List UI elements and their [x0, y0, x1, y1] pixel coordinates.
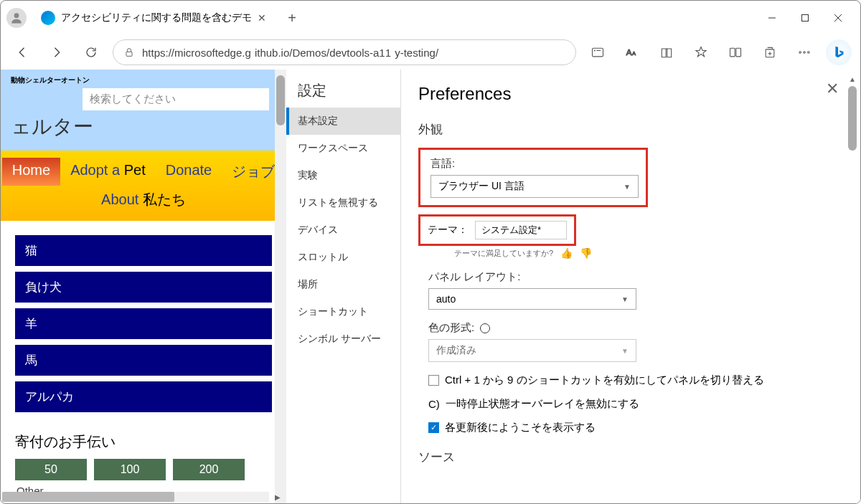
search-input[interactable]: 検索してください — [83, 88, 269, 110]
nav-home[interactable]: Home — [2, 158, 60, 186]
chevron-down-icon: ▼ — [621, 347, 629, 355]
page-vscrollbar[interactable] — [275, 70, 286, 503]
sources-heading: ソース — [418, 449, 843, 465]
color-format-setting: 色の形式: 作成済み ▼ — [428, 321, 843, 362]
sidebar-item-devices[interactable]: デバイス — [286, 217, 400, 244]
settings-sidebar: 設定 基本設定 ワークスペース 実験 リストを無視する デバイス スロットル 場… — [286, 70, 401, 503]
collections-icon[interactable] — [757, 39, 783, 65]
profile-avatar[interactable] — [6, 8, 27, 28]
donate-amount-button[interactable]: 100 — [94, 459, 166, 480]
checkbox-checked[interactable]: ✓ — [428, 422, 439, 433]
sidebar-item-locations[interactable]: 場所 — [286, 271, 400, 298]
panel-layout-label: パネル レイアウト: — [428, 270, 843, 284]
list-item[interactable]: 馬 — [15, 345, 272, 376]
svg-point-17 — [799, 52, 801, 54]
scroll-right-icon[interactable]: ▶ — [270, 492, 285, 502]
browser-toolbar: https://microsoftedge.g ithub.io/Demos/d… — [1, 35, 860, 70]
back-button[interactable] — [9, 39, 35, 65]
lock-icon — [123, 47, 135, 58]
color-format-label: 色の形式: — [428, 321, 843, 335]
content-area: 動物シェルターオートン 検索してください ェルター Home Adopt a P… — [1, 70, 860, 503]
page-header: 動物シェルターオートン 検索してください ェルター — [1, 70, 286, 151]
webpage-pane: 動物シェルターオートン 検索してください ェルター Home Adopt a P… — [1, 70, 286, 503]
forward-button[interactable] — [44, 39, 70, 65]
scroll-up-icon[interactable]: ▲ — [847, 75, 857, 83]
scrollbar-thumb[interactable] — [2, 492, 174, 502]
donate-title: 寄付のお手伝い — [15, 432, 272, 452]
theme-select[interactable]: システム設定* — [475, 221, 567, 239]
settings-title: 設定 — [286, 81, 400, 108]
sidebar-item-workspace[interactable]: ワークスペース — [286, 135, 400, 162]
edge-logo-icon — [41, 11, 55, 25]
color-circle-icon — [480, 323, 490, 333]
new-tab-button[interactable]: + — [282, 8, 302, 28]
close-settings-icon[interactable]: ✕ — [826, 80, 839, 98]
sidebar-item-symbol-server[interactable]: シンボル サーバー — [286, 325, 400, 353]
preferences-panel: ✕ Preferences 外観 言語: ブラウザー UI 言語 ▼ テーマ： … — [401, 70, 860, 503]
svg-point-18 — [804, 52, 806, 54]
sidebar-item-throttling[interactable]: スロットル — [286, 244, 400, 271]
chevron-down-icon: ▼ — [621, 295, 629, 303]
scrollbar-thumb[interactable] — [848, 86, 857, 151]
list-item[interactable]: 負け犬 — [15, 272, 272, 303]
theme-setting-highlight: テーマ： システム設定* — [418, 214, 576, 246]
chevron-down-icon: ▼ — [624, 183, 631, 191]
scrollbar-thumb[interactable] — [276, 75, 285, 125]
appearance-heading: 外観 — [418, 121, 843, 138]
language-label: 言語: — [430, 157, 636, 171]
split-screen-icon[interactable] — [723, 39, 748, 65]
welcome-checkbox-row: ✓ 各更新後にようこそを表示する — [428, 421, 843, 434]
refresh-button[interactable] — [78, 39, 104, 65]
list-item[interactable]: アルパカ — [15, 381, 272, 412]
tab-title: アクセシビリティに関する問題を含むデモページ — [61, 11, 252, 24]
list-item[interactable]: 猫 — [15, 235, 272, 266]
donate-amount-button[interactable]: 50 — [15, 459, 87, 480]
text-size-icon[interactable]: AA — [619, 39, 645, 65]
animal-list: 猫 負け犬 羊 馬 アルパカ — [1, 221, 286, 425]
thumbs-down-icon[interactable]: 👎 — [580, 247, 592, 259]
close-window-button[interactable] — [822, 6, 855, 29]
preferences-heading: Preferences — [418, 84, 843, 104]
page-title: ェルター — [11, 113, 276, 141]
devtools-vscrollbar[interactable]: ▲ — [847, 75, 857, 498]
shortcut-checkbox-row: Ctrl + 1 から 9 のショートカットを有効にしてパネルを切り替える — [428, 374, 843, 387]
sidebar-item-experiments[interactable]: 実験 — [286, 162, 400, 189]
nav-about[interactable]: About 私たち — [91, 186, 196, 214]
window-titlebar: アクセシビリティに関する問題を含むデモページ ✕ + — [1, 1, 860, 35]
favorite-icon[interactable] — [688, 39, 714, 65]
panel-layout-select[interactable]: auto ▼ — [428, 288, 636, 310]
checkbox[interactable] — [428, 375, 439, 386]
nav-menu: Home Adopt a Pet Donate ジョブ About 私たち — [1, 151, 286, 221]
theme-feedback: テーマに満足していますか? 👍 👎 — [454, 247, 843, 259]
address-bar[interactable]: https://microsoftedge.g ithub.io/Demos/d… — [113, 39, 576, 65]
list-item[interactable]: 羊 — [15, 308, 272, 339]
sidebar-item-preferences[interactable]: 基本設定 — [286, 108, 400, 135]
devtools-pane: 設定 基本設定 ワークスペース 実験 リストを無視する デバイス スロットル 場… — [286, 70, 860, 503]
maximize-button[interactable] — [789, 6, 822, 29]
app-icon[interactable] — [585, 39, 611, 65]
language-select[interactable]: ブラウザー UI 言語 ▼ — [430, 175, 639, 198]
window-controls — [756, 6, 855, 29]
bing-button[interactable] — [826, 39, 852, 65]
theme-label: テーマ： — [428, 224, 468, 237]
nav-adopt[interactable]: Adopt a Pet — [60, 158, 156, 186]
sidebar-item-shortcuts[interactable]: ショートカット — [286, 298, 400, 325]
sidebar-item-ignore-list[interactable]: リストを無視する — [286, 189, 400, 217]
svg-rect-13 — [736, 48, 741, 57]
nav-donate[interactable]: Donate — [156, 158, 222, 186]
more-icon[interactable] — [791, 39, 817, 65]
color-format-select[interactable]: 作成済み ▼ — [428, 339, 636, 362]
page-hscrollbar[interactable] — [2, 492, 269, 502]
read-aloud-icon[interactable] — [654, 39, 679, 65]
pause-overlay-checkbox-row: C) 一時停止状態オーバーレイを無効にする — [428, 397, 843, 411]
svg-rect-2 — [802, 15, 809, 22]
thumbs-up-icon[interactable]: 👍 — [560, 247, 573, 259]
donate-amount-button[interactable]: 200 — [173, 459, 245, 480]
browser-tab[interactable]: アクセシビリティに関する問題を含むデモページ ✕ — [32, 6, 276, 29]
checkbox-label: 一時停止状態オーバーレイを無効にする — [446, 397, 639, 411]
minimize-button[interactable] — [756, 6, 789, 29]
svg-rect-12 — [730, 48, 735, 57]
svg-point-0 — [14, 13, 19, 18]
tab-close-icon[interactable]: ✕ — [258, 12, 268, 24]
panel-layout-setting: パネル レイアウト: auto ▼ — [428, 270, 843, 310]
